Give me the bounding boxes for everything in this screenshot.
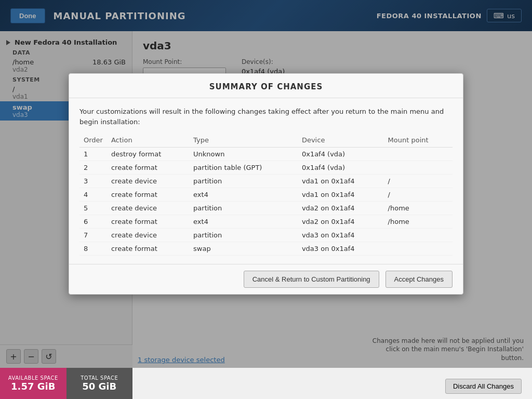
table-row: 1destroy formatUnknown0x1af4 (vda) — [79, 148, 453, 161]
cell-device: vda1 on 0x1af4 — [298, 188, 384, 202]
col-mount-point: Mount point — [384, 133, 453, 148]
available-space-label: AVAILABLE SPACE — [8, 375, 58, 381]
discard-all-button[interactable]: Discard All Changes — [445, 379, 522, 394]
cell-device: vda3 on 0x1af4 — [298, 242, 384, 256]
modal-overlay: SUMMARY OF CHANGES Your customizations w… — [0, 0, 532, 368]
table-row: 7create devicepartitionvda3 on 0x1af4 — [79, 229, 453, 242]
cell-type: partition — [189, 202, 298, 215]
total-space-value: 50 GiB — [82, 381, 116, 392]
available-space-bar: AVAILABLE SPACE 1.57 GiB — [0, 368, 66, 399]
cell-order: 5 — [79, 202, 107, 215]
cell-order: 2 — [79, 161, 107, 175]
table-row: 2create formatpartition table (GPT)0x1af… — [79, 161, 453, 175]
cell-action: create device — [107, 202, 189, 215]
cell-action: create format — [107, 188, 189, 202]
col-action: Action — [107, 133, 189, 148]
cell-action: create format — [107, 161, 189, 175]
cell-mount-point: /home — [384, 215, 453, 229]
cell-action: create device — [107, 175, 189, 188]
cell-device: vda2 on 0x1af4 — [298, 215, 384, 229]
modal-footer: Cancel & Return to Custom Partitioning A… — [69, 264, 463, 294]
cell-order: 6 — [79, 215, 107, 229]
cell-order: 8 — [79, 242, 107, 256]
cell-device: vda3 on 0x1af4 — [298, 229, 384, 242]
cell-type: partition table (GPT) — [189, 161, 298, 175]
cell-mount-point — [384, 148, 453, 161]
cell-action: destroy format — [107, 148, 189, 161]
cell-type: partition — [189, 175, 298, 188]
col-device: Device — [298, 133, 384, 148]
cell-action: create device — [107, 229, 189, 242]
table-row: 4create formatext4vda1 on 0x1af4/ — [79, 188, 453, 202]
cell-mount-point: /home — [384, 202, 453, 215]
cell-device: vda1 on 0x1af4 — [298, 175, 384, 188]
table-row: 8create formatswapvda3 on 0x1af4 — [79, 242, 453, 256]
col-order: Order — [79, 133, 107, 148]
available-space-value: 1.57 GiB — [11, 381, 55, 392]
space-bars: AVAILABLE SPACE 1.57 GiB TOTAL SPACE 50 … — [0, 368, 132, 399]
cell-device: 0x1af4 (vda) — [298, 148, 384, 161]
cell-mount-point — [384, 229, 453, 242]
cell-mount-point — [384, 242, 453, 256]
total-space-bar: TOTAL SPACE 50 GiB — [66, 368, 133, 399]
cell-type: swap — [189, 242, 298, 256]
cell-device: 0x1af4 (vda) — [298, 161, 384, 175]
modal-title: SUMMARY OF CHANGES — [209, 82, 323, 91]
cell-order: 1 — [79, 148, 107, 161]
cell-order: 4 — [79, 188, 107, 202]
cell-action: create format — [107, 215, 189, 229]
cell-order: 7 — [79, 229, 107, 242]
cell-action: create format — [107, 242, 189, 256]
cell-order: 3 — [79, 175, 107, 188]
table-row: 3create devicepartitionvda1 on 0x1af4/ — [79, 175, 453, 188]
cell-type: ext4 — [189, 188, 298, 202]
cell-type: Unknown — [189, 148, 298, 161]
changes-table: Order Action Type Device Mount point 1de… — [79, 133, 453, 256]
cancel-button[interactable]: Cancel & Return to Custom Partitioning — [244, 271, 379, 288]
table-row: 6create formatext4vda2 on 0x1af4/home — [79, 215, 453, 229]
summary-of-changes-modal: SUMMARY OF CHANGES Your customizations w… — [69, 73, 463, 295]
total-space-label: TOTAL SPACE — [81, 375, 118, 381]
cell-type: partition — [189, 229, 298, 242]
cell-mount-point: / — [384, 188, 453, 202]
col-type: Type — [189, 133, 298, 148]
modal-body: Your customizations will result in the f… — [69, 98, 463, 264]
cell-device: vda2 on 0x1af4 — [298, 202, 384, 215]
modal-description: Your customizations will result in the f… — [79, 107, 453, 127]
accept-changes-button[interactable]: Accept Changes — [385, 271, 453, 288]
cell-mount-point: / — [384, 175, 453, 188]
cell-mount-point — [384, 161, 453, 175]
table-row: 5create devicepartitionvda2 on 0x1af4/ho… — [79, 202, 453, 215]
cell-type: ext4 — [189, 215, 298, 229]
modal-title-bar: SUMMARY OF CHANGES — [69, 74, 463, 98]
